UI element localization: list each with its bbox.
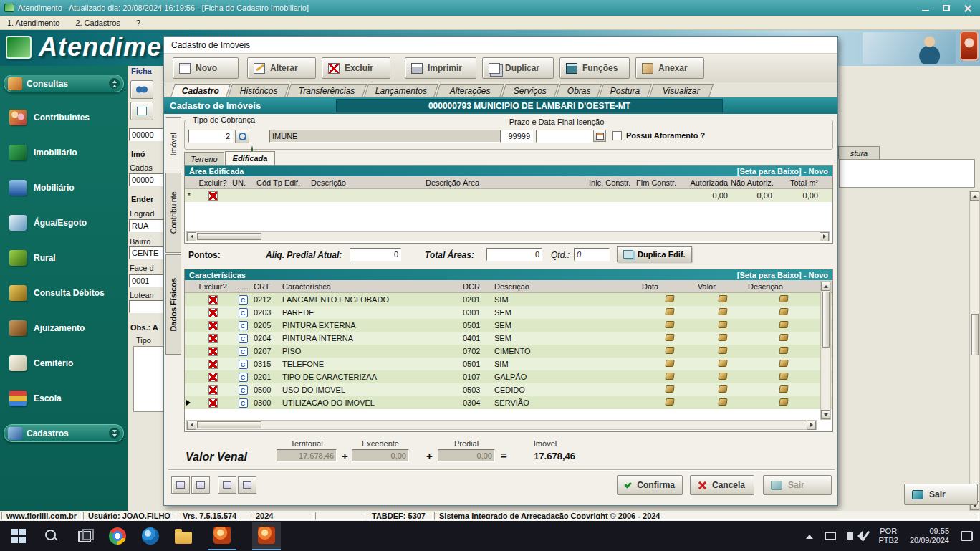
bg-face-input[interactable]	[129, 274, 163, 287]
nav-first-button[interactable]	[171, 476, 190, 494]
tab-historicos[interactable]: Históricos	[228, 84, 289, 97]
scroll-up-icon[interactable]	[970, 191, 979, 201]
total-areas-input[interactable]	[486, 248, 542, 261]
aforamento-checkbox[interactable]	[612, 131, 622, 140]
valor-value-icon[interactable]	[718, 308, 727, 315]
network-icon[interactable]	[825, 532, 836, 540]
caract-row[interactable]: C0204PINTURA INTERNA0401SEM	[185, 332, 832, 345]
bg-sair-button[interactable]: Sair	[904, 484, 978, 505]
caract-row[interactable]: C0212LANCAMENTO ENGLOBADO0201SIM	[185, 293, 832, 306]
bg-vscrollbar[interactable]	[969, 191, 980, 511]
caract-row[interactable]: C0205PINTURA EXTERNA0501SEM	[185, 319, 832, 332]
sidebar-item-ajuizamento[interactable]: Ajuizamento	[4, 318, 124, 338]
delete-row-icon[interactable]	[208, 321, 218, 330]
delete-row-icon[interactable]	[208, 295, 218, 305]
minimize-button[interactable]	[917, 2, 934, 14]
delete-row-icon[interactable]	[208, 360, 218, 369]
caract-row[interactable]: C0315TELEFONE0501SIM	[185, 358, 832, 370]
scroll-thumb[interactable]	[971, 314, 979, 355]
menu-help[interactable]: ?	[136, 19, 140, 27]
sair-button[interactable]: Sair	[763, 475, 832, 495]
tipo-cobranca-code-input[interactable]	[188, 130, 233, 143]
descricao-value-icon[interactable]	[779, 385, 788, 393]
duplicar-button[interactable]: Duplicar	[482, 57, 554, 79]
delete-row-icon[interactable]	[208, 347, 218, 356]
bg-bairro-input[interactable]	[129, 246, 163, 259]
bg-grid-button[interactable]	[130, 102, 153, 120]
scroll-right-icon[interactable]	[820, 232, 829, 241]
descricao-value-icon[interactable]	[779, 295, 788, 302]
sidebar-item-consulta-debitos[interactable]: Consulta Débitos	[4, 283, 124, 303]
caract-row[interactable]: C0203PAREDE0301SEM	[185, 306, 832, 319]
data-value-icon[interactable]	[665, 398, 674, 406]
file-explorer-icon[interactable]	[175, 532, 192, 544]
tab-edificada[interactable]: Edificada	[225, 151, 275, 165]
data-value-icon[interactable]	[665, 385, 674, 393]
collapse-chevron-icon[interactable]	[109, 78, 120, 89]
valor-value-icon[interactable]	[718, 385, 727, 393]
descricao-value-icon[interactable]	[779, 373, 788, 380]
taskbar-search-icon[interactable]	[43, 527, 60, 545]
bg-ficha-input[interactable]	[129, 128, 163, 141]
delete-row-icon[interactable]	[208, 373, 218, 382]
scroll-thumb[interactable]	[822, 292, 830, 348]
area-hscrollbar[interactable]	[186, 231, 830, 241]
descricao-value-icon[interactable]	[779, 347, 788, 354]
bg-search-button[interactable]	[130, 80, 153, 99]
descricao-value-icon[interactable]	[779, 334, 788, 341]
bg-loteamento-input[interactable]	[129, 300, 163, 313]
nav-next-button[interactable]	[218, 476, 236, 494]
confirma-button[interactable]: Confirma	[617, 475, 683, 495]
valor-value-icon[interactable]	[718, 347, 727, 354]
caracteristicas-hscrollbar[interactable]	[186, 420, 817, 430]
fiorilli-app-1[interactable]	[208, 522, 236, 550]
anexar-button[interactable]: Anexar	[635, 57, 704, 79]
data-final-input[interactable]	[536, 130, 593, 143]
data-value-icon[interactable]	[665, 308, 674, 315]
sidebar-item-agua-esgoto[interactable]: Água/Esgoto	[4, 213, 124, 233]
descricao-value-icon[interactable]	[779, 321, 788, 328]
scroll-left-icon[interactable]	[187, 421, 196, 430]
scroll-up-icon[interactable]	[821, 282, 830, 291]
imprimir-button[interactable]: Imprimir	[405, 57, 476, 79]
sidebar-item-contribuintes[interactable]: Contribuintes	[4, 107, 124, 128]
volume-icon[interactable]	[847, 532, 853, 540]
cancela-button[interactable]: Cancela	[690, 475, 754, 495]
close-button[interactable]	[959, 2, 976, 14]
tipo-cobranca-descricao-input[interactable]	[269, 130, 506, 143]
maximize-button[interactable]	[938, 2, 955, 14]
aliq-predial-input[interactable]	[350, 248, 401, 261]
scroll-left-icon[interactable]	[187, 232, 196, 241]
sidebar-item-mobiliario[interactable]: Mobiliário	[4, 178, 124, 198]
scroll-thumb[interactable]	[197, 421, 261, 428]
bg-cadastro-input[interactable]	[129, 173, 163, 186]
bg-logradouro-input[interactable]	[129, 219, 163, 232]
edge-icon[interactable]	[142, 527, 159, 545]
excluir-button[interactable]: Excluir	[322, 57, 390, 79]
expand-chevron-icon[interactable]	[109, 428, 120, 439]
sidebar-item-imobiliario[interactable]: Imobiliário	[4, 143, 124, 163]
valor-value-icon[interactable]	[718, 360, 727, 367]
valor-value-icon[interactable]	[718, 373, 727, 380]
duplica-edif-button[interactable]: Duplica Edif.	[617, 246, 692, 262]
data-value-icon[interactable]	[665, 373, 674, 380]
tab-transferencias[interactable]: Transferências	[287, 84, 367, 97]
valor-value-icon[interactable]	[718, 295, 727, 302]
area-edificada-row[interactable]: * 0,00 0,00 0,00	[185, 189, 832, 202]
tab-cadastro[interactable]: Cadastro	[170, 84, 231, 97]
tab-servicos[interactable]: Serviços	[501, 84, 559, 97]
tab-obras[interactable]: Obras	[556, 84, 602, 97]
menu-cadastros[interactable]: 2. Cadastros	[75, 19, 120, 27]
sidebar-item-rural[interactable]: Rural	[4, 248, 124, 268]
novo-button[interactable]: Novo	[173, 57, 239, 79]
data-value-icon[interactable]	[665, 347, 674, 354]
scroll-right-icon[interactable]	[807, 421, 816, 430]
data-value-icon[interactable]	[665, 295, 674, 302]
clock[interactable]: 09:55 20/09/2024	[910, 527, 949, 545]
scroll-down-icon[interactable]	[821, 410, 830, 419]
descricao-value-icon[interactable]	[779, 360, 788, 367]
delete-row-icon[interactable]	[208, 334, 218, 343]
delete-row-icon[interactable]	[208, 308, 218, 317]
tab-postura[interactable]: Postura	[599, 84, 652, 97]
start-button[interactable]	[10, 527, 27, 545]
